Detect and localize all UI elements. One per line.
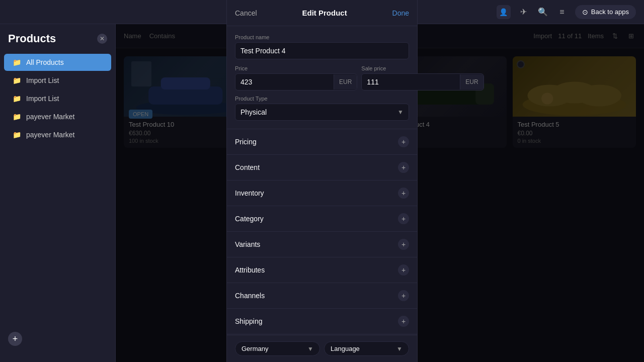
product-name-field: Product name — [235, 34, 409, 59]
modal-body: Pricing + Content + Inventory + Category… — [227, 129, 417, 335]
folder-icon: 📁 — [12, 58, 21, 67]
price-input[interactable] — [235, 74, 334, 90]
price-field: Price EUR — [235, 65, 357, 90]
sale-price-field: Sale price EUR — [361, 65, 484, 90]
sidebar-item-all-products[interactable]: 📁 All Products — [4, 54, 111, 71]
attributes-expand-icon[interactable]: + — [398, 264, 409, 276]
sidebar: Products ✕ 📁 All Products 📁 Import List … — [0, 24, 116, 362]
channels-label: Channels — [235, 292, 265, 300]
sidebar-title: Products — [8, 32, 56, 45]
pricing-expand-icon[interactable]: + — [398, 136, 409, 147]
content-section[interactable]: Content + — [227, 155, 417, 180]
send-icon[interactable]: ✈ — [518, 6, 530, 18]
sidebar-item-label: payever Market — [26, 113, 74, 121]
category-section[interactable]: Category + — [227, 206, 417, 232]
pricing-section[interactable]: Pricing + — [227, 129, 417, 155]
cancel-button[interactable]: Cancel — [235, 9, 257, 17]
sale-price-currency: EUR — [460, 74, 483, 89]
product-type-label: Product Type — [235, 96, 409, 102]
back-to-apps-label: Back to apps — [591, 8, 629, 16]
add-collection-button[interactable]: + — [8, 332, 22, 346]
modal-header: Cancel Edit Product Done — [227, 0, 417, 26]
search-icon[interactable]: 🔍 — [537, 6, 549, 18]
sidebar-close-button[interactable]: ✕ — [97, 34, 107, 44]
product-type-field: Product Type Physical Digital Service ▼ — [235, 96, 409, 121]
price-row: Price EUR Sale price EUR — [235, 65, 409, 90]
sidebar-item-payever-market-1[interactable]: 📁 payever Market — [4, 108, 111, 125]
sidebar-item-label: Import List — [26, 95, 59, 103]
folder-icon: 📁 — [12, 76, 21, 85]
sale-price-input-wrap: EUR — [361, 73, 484, 90]
user-icon[interactable]: 👤 — [497, 5, 511, 19]
sidebar-item-label: Import List — [26, 76, 59, 84]
language-label: Language — [331, 345, 393, 352]
folder-icon: 📁 — [12, 112, 21, 121]
sidebar-bottom: + — [0, 324, 115, 354]
chevron-down-icon: ▼ — [392, 109, 409, 116]
sidebar-item-import-list-1[interactable]: 📁 Import List — [4, 72, 111, 89]
sidebar-header: Products ✕ — [0, 32, 115, 53]
modal-footer: Germany ▼ Language ▼ — [227, 335, 417, 362]
shipping-expand-icon[interactable]: + — [398, 316, 409, 327]
variants-section[interactable]: Variants + — [227, 232, 417, 257]
sidebar-item-import-list-2[interactable]: 📁 Import List — [4, 90, 111, 107]
attributes-label: Attributes — [235, 266, 265, 274]
price-label: Price — [235, 65, 357, 71]
price-currency: EUR — [334, 74, 357, 89]
modal-form: Product name Price EUR Sale price EUR — [227, 26, 417, 129]
sidebar-item-label: payever Market — [26, 131, 74, 139]
done-button[interactable]: Done — [392, 9, 409, 17]
category-expand-icon[interactable]: + — [398, 213, 409, 224]
country-select[interactable]: Germany ▼ — [235, 341, 320, 356]
inventory-section[interactable]: Inventory + — [227, 180, 417, 206]
folder-icon: 📁 — [12, 130, 21, 139]
chevron-down-icon: ▼ — [396, 345, 403, 352]
content-expand-icon[interactable]: + — [398, 162, 409, 173]
channels-section[interactable]: Channels + — [227, 283, 417, 309]
language-select[interactable]: Language ▼ — [324, 341, 409, 356]
sidebar-item-label: All Products — [26, 58, 64, 66]
price-input-wrap: EUR — [235, 73, 357, 90]
content-label: Content — [235, 163, 260, 171]
product-type-select-wrap[interactable]: Physical Digital Service ▼ — [235, 104, 409, 121]
modal-title: Edit Product — [302, 9, 347, 17]
edit-product-modal: Cancel Edit Product Done Product name Pr… — [226, 0, 418, 362]
shipping-section[interactable]: Shipping + — [227, 309, 417, 334]
folder-icon: 📁 — [12, 94, 21, 103]
product-name-label: Product name — [235, 34, 409, 40]
product-type-select[interactable]: Physical Digital Service — [235, 104, 392, 120]
back-to-apps-button[interactable]: Back to apps — [575, 5, 636, 19]
country-label: Germany — [242, 345, 304, 352]
top-bar-icons: 👤 ✈ 🔍 ≡ Back to apps — [497, 5, 636, 19]
variants-expand-icon[interactable]: + — [398, 239, 409, 250]
chevron-down-icon: ▼ — [307, 345, 313, 352]
variants-label: Variants — [235, 240, 260, 248]
attributes-section[interactable]: Attributes + — [227, 257, 417, 283]
sidebar-item-payever-market-2[interactable]: 📁 payever Market — [4, 126, 111, 143]
inventory-expand-icon[interactable]: + — [398, 188, 409, 199]
category-label: Category — [235, 215, 264, 223]
shipping-label: Shipping — [235, 317, 263, 325]
menu-icon[interactable]: ≡ — [556, 6, 568, 18]
inventory-label: Inventory — [235, 189, 264, 197]
channels-expand-icon[interactable]: + — [398, 290, 409, 301]
product-name-input[interactable] — [235, 42, 409, 59]
sale-price-input[interactable] — [362, 74, 460, 90]
sale-price-label: Sale price — [361, 65, 484, 71]
pricing-label: Pricing — [235, 138, 257, 146]
